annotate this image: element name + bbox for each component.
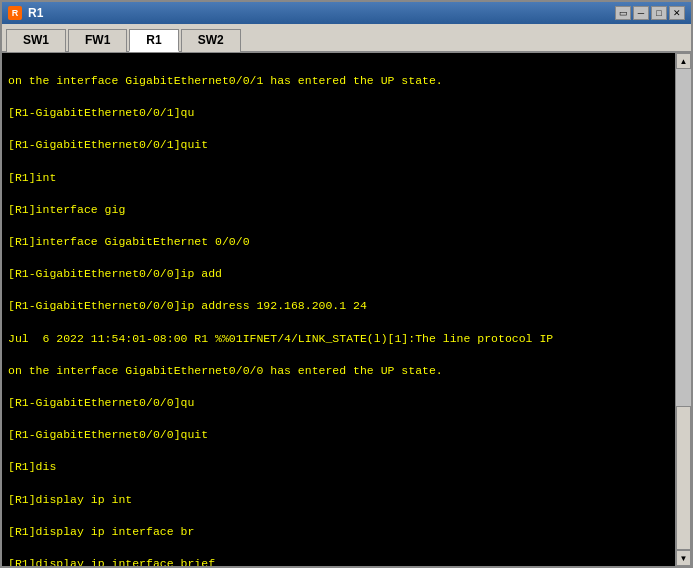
terminal-container: on the interface GigabitEthernet0/0/1 ha… — [2, 53, 691, 566]
terminal-line-9: Jul 6 2022 11:54:01-08:00 R1 %%01IFNET/4… — [8, 331, 669, 347]
title-bar-left: R R1 — [8, 6, 43, 20]
tab-sw2[interactable]: SW2 — [181, 29, 241, 52]
maximize-button[interactable]: □ — [651, 6, 667, 20]
scroll-up-button[interactable]: ▲ — [676, 53, 691, 69]
terminal-line-2: [R1-GigabitEthernet0/0/1]qu — [8, 105, 669, 121]
close-button[interactable]: ✕ — [669, 6, 685, 20]
scrollbar-thumb[interactable] — [676, 406, 691, 550]
terminal-line-3: [R1-GigabitEthernet0/0/1]quit — [8, 137, 669, 153]
terminal-line-15: [R1]display ip interface br — [8, 524, 669, 540]
tab-bar: SW1 FW1 R1 SW2 — [2, 24, 691, 53]
terminal-line-14: [R1]display ip int — [8, 492, 669, 508]
restore-button[interactable]: ▭ — [615, 6, 631, 20]
terminal-line-6: [R1]interface GigabitEthernet 0/0/0 — [8, 234, 669, 250]
window-icon: R — [8, 6, 22, 20]
terminal-line-4: [R1]int — [8, 170, 669, 186]
terminal-line-8: [R1-GigabitEthernet0/0/0]ip address 192.… — [8, 298, 669, 314]
terminal-line-13: [R1]dis — [8, 459, 669, 475]
tab-sw1[interactable]: SW1 — [6, 29, 66, 52]
title-bar: R R1 ▭ ─ □ ✕ — [2, 2, 691, 24]
terminal-line-16: [R1]display ip interface brief — [8, 556, 669, 566]
terminal-line-12: [R1-GigabitEthernet0/0/0]quit — [8, 427, 669, 443]
terminal-output[interactable]: on the interface GigabitEthernet0/0/1 ha… — [2, 53, 675, 566]
terminal-line-1: on the interface GigabitEthernet0/0/1 ha… — [8, 73, 669, 89]
main-window: R R1 ▭ ─ □ ✕ SW1 FW1 R1 SW2 on the inter… — [0, 0, 693, 568]
tab-fw1[interactable]: FW1 — [68, 29, 127, 52]
window-title: R1 — [28, 6, 43, 20]
terminal-line-5: [R1]interface gig — [8, 202, 669, 218]
terminal-line-10: on the interface GigabitEthernet0/0/0 ha… — [8, 363, 669, 379]
scroll-down-button[interactable]: ▼ — [676, 550, 691, 566]
title-controls: ▭ ─ □ ✕ — [615, 6, 685, 20]
minimize-button[interactable]: ─ — [633, 6, 649, 20]
tab-r1[interactable]: R1 — [129, 29, 178, 52]
scrollbar[interactable]: ▲ ▼ — [675, 53, 691, 566]
scrollbar-track-area — [676, 69, 691, 550]
terminal-line-11: [R1-GigabitEthernet0/0/0]qu — [8, 395, 669, 411]
terminal-line-7: [R1-GigabitEthernet0/0/0]ip add — [8, 266, 669, 282]
